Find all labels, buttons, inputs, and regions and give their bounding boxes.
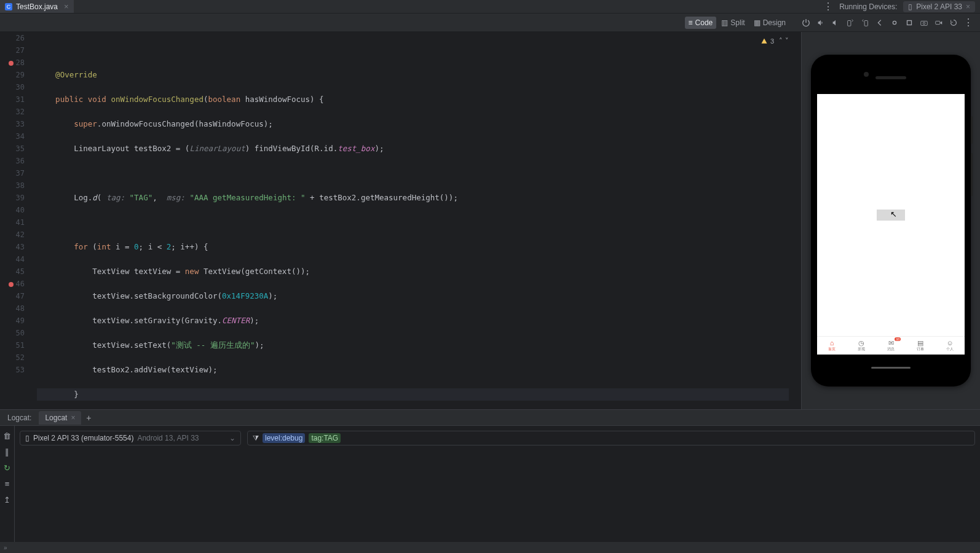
phone-nav-item[interactable]: ✉消息10 [876,337,906,355]
phone-nav-item[interactable]: ⌂首页 [817,337,847,355]
add-tab-button[interactable]: + [81,413,96,423]
line-number[interactable]: 40 [0,204,25,216]
line-gutter: 2627282930313233343536373839404142434445… [0,32,30,409]
phone-test-box[interactable]: ↖ [877,210,905,221]
rotate-left-icon[interactable] [844,16,857,29]
svg-rect-4 [921,21,928,25]
nav-label: 订单 [917,347,924,352]
line-number[interactable]: 37 [0,167,25,179]
phone-power-button[interactable] [971,116,973,144]
close-icon[interactable]: × [966,2,970,11]
more-icon[interactable]: ⋮ [962,16,975,29]
logcat-device-selector[interactable]: ▯ Pixel 2 API 33 (emulator-5554) Android… [20,431,241,445]
phone-screen[interactable]: ↖ ⌂首页◷发现✉消息10▤订单☺个人 [817,94,965,355]
home-icon[interactable] [888,16,901,29]
running-device-name: Pixel 2 API 33 [916,2,962,11]
line-number[interactable]: 48 [0,302,25,315]
volume-down-icon[interactable] [829,16,842,29]
line-number[interactable]: 29 [0,69,25,81]
cursor-icon: ↖ [890,210,897,219]
more-icon[interactable]: ⋮ [823,1,833,12]
line-number[interactable]: 41 [0,216,25,229]
line-number[interactable]: 30 [0,81,25,93]
editor-tab-bar: C TestBox.java × ⋮ Running Devices: ▯ Pi… [0,0,980,14]
line-number[interactable]: 42 [0,229,25,241]
file-tab[interactable]: C TestBox.java × [0,0,74,13]
phone-home-indicator[interactable] [871,367,911,369]
logcat-title: Logcat: [0,414,39,422]
line-number[interactable]: 34 [0,130,25,143]
snapshot-icon[interactable] [947,16,960,29]
line-number[interactable]: 50 [0,327,25,339]
line-number[interactable]: 31 [0,93,25,106]
line-number[interactable]: 45 [0,265,25,278]
phone-speaker-icon [875,76,906,79]
breakpoint-icon[interactable] [9,282,14,287]
expand-icon[interactable]: » [4,544,7,551]
line-number[interactable]: 47 [0,290,25,302]
chevron-up-icon[interactable]: ˄ [779,37,783,45]
back-icon[interactable] [873,16,887,29]
volume-up-icon[interactable] [814,16,828,29]
line-number[interactable]: 28 [0,57,25,69]
line-number[interactable]: 32 [0,106,25,118]
logcat-filter-input[interactable]: ⧩ level:debug tag:TAG [247,431,975,445]
phone-icon: ▯ [908,2,912,11]
screenshot-icon[interactable] [917,16,931,29]
running-devices-label: Running Devices: [839,2,897,11]
nav-badge: 10 [895,337,901,341]
phone-volume-button[interactable] [971,153,973,196]
pause-icon[interactable]: ‖ [2,447,12,457]
line-number[interactable]: 39 [0,192,25,204]
record-icon[interactable] [932,16,946,29]
nav-icon: ◷ [858,340,864,347]
line-number[interactable]: 35 [0,143,25,155]
running-device-chip[interactable]: ▯ Pixel 2 API 33 × [903,1,975,12]
line-number[interactable]: 49 [0,315,25,327]
line-number[interactable]: 51 [0,339,25,351]
nav-icon: ⌂ [830,340,834,347]
chevron-down-icon: ⌄ [229,434,235,442]
view-mode-code[interactable]: ≡ Code [685,17,717,29]
line-number[interactable]: 38 [0,179,25,192]
code-editor[interactable]: 2627282930313233343536373839404142434445… [0,32,802,409]
editor-toolbar: ≡ Code ▥ Split ▦ Design ⋮ [0,14,980,32]
view-mode-split[interactable]: ▥ Split [717,17,748,29]
overview-icon[interactable] [903,16,916,29]
line-number[interactable]: 44 [0,253,25,265]
phone-nav-item[interactable]: ☺个人 [935,337,965,355]
inspection-warning-badge[interactable]: 3 ˄ ˅ [761,37,789,45]
view-mode-design[interactable]: ▦ Design [750,17,789,29]
power-icon[interactable] [799,16,813,29]
line-number[interactable]: 33 [0,118,25,130]
svg-rect-0 [848,20,851,26]
restart-icon[interactable]: ↻ [2,463,12,473]
close-icon[interactable]: × [64,2,69,11]
nav-icon: ▤ [917,340,923,347]
logcat-tab[interactable]: Logcat × [39,411,81,425]
line-number[interactable]: 26 [0,32,25,44]
clear-icon[interactable]: 🗑 [2,431,12,441]
code-content[interactable]: @Override public void onWindowFocusChang… [37,32,789,409]
chevron-down-icon[interactable]: ˅ [785,37,789,45]
rotate-right-icon[interactable] [858,16,872,29]
split-icon: ▥ [721,18,728,27]
logcat-side-toolbar: 🗑 ‖ ↻ ≡ ↥ [0,426,15,542]
phone-nav-item[interactable]: ◷发现 [847,337,876,355]
svg-point-2 [893,21,896,24]
line-number[interactable]: 27 [0,44,25,57]
scroll-end-icon[interactable]: ≡ [2,479,12,488]
emulator-panel: ↖ ⌂首页◷发现✉消息10▤订单☺个人 [802,32,980,409]
soft-wrap-icon[interactable]: ↥ [2,495,12,504]
phone-nav-item[interactable]: ▤订单 [906,337,935,355]
close-icon[interactable]: × [71,414,75,422]
filter-chip-level[interactable]: level:debug [263,433,305,443]
line-number[interactable]: 43 [0,241,25,253]
filter-chip-tag[interactable]: tag:TAG [309,433,341,443]
line-number[interactable]: 52 [0,351,25,364]
line-number[interactable]: 36 [0,155,25,167]
breakpoint-icon[interactable] [9,61,14,66]
phone-frame: ↖ ⌂首页◷发现✉消息10▤订单☺个人 [811,55,971,386]
line-number[interactable]: 53 [0,364,25,376]
line-number[interactable]: 46 [0,278,25,290]
